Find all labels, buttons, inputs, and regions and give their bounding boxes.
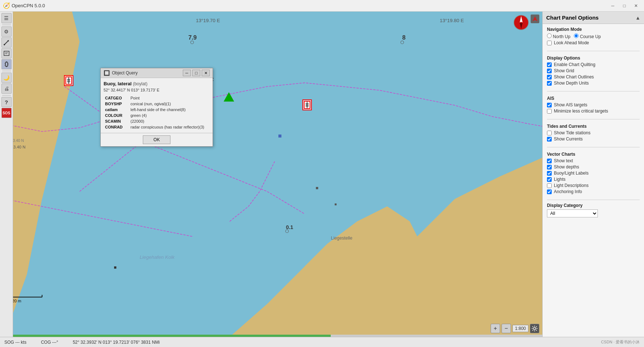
course-up-option[interactable]: Course Up bbox=[574, 33, 601, 39]
close-button[interactable]: ✕ bbox=[631, 2, 641, 9]
left-toolbar: ☰ ⚙ 🌙 🖨 ? SOS bbox=[0, 12, 13, 337]
svg-point-48 bbox=[534, 327, 536, 330]
chart-area[interactable]: 7.9 0.02 8 0.1 13°19.70 E 13°19.80 E bbox=[13, 12, 542, 337]
property-key: SCAMIN bbox=[104, 118, 129, 124]
nav-instruments bbox=[513, 15, 539, 30]
show-tide-stations-label[interactable]: Show Tide stations bbox=[554, 130, 591, 135]
property-value: conical (nun, ogival)(1) bbox=[129, 101, 210, 107]
minimize-critical-label[interactable]: Minimize less critical targets bbox=[554, 109, 608, 114]
property-value: radar conspicuous (has radar reflector)(… bbox=[129, 124, 210, 130]
show-ais-targets-checkbox[interactable] bbox=[547, 103, 552, 107]
light-descriptions-checkbox[interactable] bbox=[547, 183, 552, 188]
show-chart-outlines-label[interactable]: Show Chart Outlines bbox=[554, 74, 594, 79]
look-ahead-option: Look Ahead Mode bbox=[547, 40, 640, 45]
svg-text:Liegehafen Kolk: Liegehafen Kolk bbox=[140, 254, 175, 260]
sos-button[interactable]: SOS bbox=[1, 108, 12, 118]
show-ais-targets-option: Show AIS targets bbox=[547, 102, 640, 107]
show-currents-option: Show Currents bbox=[547, 136, 640, 142]
maximize-button[interactable]: □ bbox=[619, 2, 629, 9]
print-button[interactable]: 🖨 bbox=[1, 83, 12, 94]
show-text-checkbox[interactable] bbox=[547, 159, 552, 163]
show-text-label[interactable]: Show text bbox=[554, 158, 573, 163]
display-options-title: Display Options bbox=[547, 56, 640, 61]
dialog-close-button[interactable]: ✕ bbox=[202, 70, 210, 76]
night-mode-button[interactable]: 🌙 bbox=[1, 73, 12, 83]
ok-button[interactable]: OK bbox=[143, 135, 170, 144]
cog-display: COG ---° bbox=[41, 340, 58, 345]
compass-rose[interactable] bbox=[513, 15, 529, 30]
route-tool-button[interactable] bbox=[1, 37, 12, 48]
look-ahead-label[interactable]: Look Ahead Mode bbox=[554, 40, 589, 45]
display-category-select[interactable]: All Base Standard Other bbox=[547, 209, 598, 217]
display-category-label: Display Category bbox=[547, 203, 640, 208]
enable-chart-quilting-label[interactable]: Enable Chart Quilting bbox=[554, 62, 595, 67]
settings-button[interactable]: ⚙ bbox=[1, 26, 12, 37]
show-text-option: Show text bbox=[547, 158, 640, 163]
dialog-minimize-button[interactable]: ─ bbox=[183, 70, 191, 76]
north-up-radio[interactable] bbox=[547, 33, 552, 38]
dialog-icon: 🔲 bbox=[104, 70, 110, 76]
titlebar: 🧭 OpenCPN 5.0.0 ─ □ ✕ bbox=[0, 0, 644, 12]
position-display: 52° 32.3932' N 013° 19.7213' 076° 3831 N… bbox=[73, 340, 160, 345]
buoy-light-labels-label[interactable]: Buoy/Light Labels bbox=[554, 171, 588, 176]
show-depth-units-checkbox[interactable] bbox=[547, 81, 552, 86]
zoom-out-button[interactable]: − bbox=[502, 324, 511, 333]
object-heading: Buoy, lateral (boylat) bbox=[104, 81, 210, 86]
cursor-button[interactable] bbox=[1, 59, 12, 69]
buoy-marker-right[interactable] bbox=[302, 99, 312, 110]
show-currents-checkbox[interactable] bbox=[547, 137, 552, 142]
show-depths-checkbox[interactable] bbox=[547, 165, 552, 170]
hamburger-menu-button[interactable]: ☰ bbox=[1, 13, 12, 23]
property-value: green (4) bbox=[129, 113, 210, 118]
light-descriptions-label[interactable]: Light Descriptions bbox=[554, 183, 588, 188]
show-grid-label[interactable]: Show Grid bbox=[554, 68, 574, 73]
panel-collapse-button[interactable]: ▲ bbox=[635, 15, 640, 21]
info-button[interactable]: ? bbox=[1, 97, 12, 107]
minimize-button[interactable]: ─ bbox=[608, 2, 618, 9]
progress-bar bbox=[13, 335, 331, 337]
chart-bottom-toolbar: + − 1:800 bbox=[491, 324, 539, 333]
anchoring-info-checkbox[interactable] bbox=[547, 189, 552, 194]
north-up-option[interactable]: North Up bbox=[547, 33, 570, 39]
show-grid-checkbox[interactable] bbox=[547, 69, 552, 73]
enable-chart-quilting-checkbox[interactable] bbox=[547, 62, 552, 67]
lights-checkbox[interactable] bbox=[547, 177, 552, 182]
show-chart-outlines-checkbox[interactable] bbox=[547, 75, 552, 79]
show-currents-label[interactable]: Show Currents bbox=[554, 136, 583, 142]
svg-text:13°19.70 E: 13°19.70 E bbox=[196, 18, 220, 23]
dialog-title-area: 🔲 Object Query bbox=[104, 70, 138, 76]
show-grid-option: Show Grid bbox=[547, 68, 640, 73]
zoom-in-button[interactable]: + bbox=[491, 324, 500, 333]
dialog-maximize-button[interactable]: □ bbox=[192, 70, 200, 76]
dialog-footer: OK bbox=[101, 133, 213, 146]
buoy-marker-left[interactable] bbox=[64, 75, 73, 86]
chart-panel-options: Chart Panel Options ▲ Navigation Mode No… bbox=[542, 12, 644, 337]
chart-settings-button[interactable] bbox=[530, 324, 539, 333]
dialog-titlebar[interactable]: 🔲 Object Query ─ □ ✕ bbox=[101, 68, 213, 78]
navigation-mode-section: Navigation Mode North Up Course Up Look … bbox=[543, 24, 644, 49]
chart-background: 7.9 0.02 8 0.1 13°19.70 E 13°19.80 E bbox=[13, 12, 542, 337]
divider-4 bbox=[547, 147, 640, 147]
waypoint-button[interactable] bbox=[1, 48, 12, 58]
anchoring-info-label[interactable]: Anchoring Info bbox=[554, 189, 582, 194]
window-controls: ─ □ ✕ bbox=[608, 2, 641, 9]
minimize-critical-checkbox[interactable] bbox=[547, 109, 552, 114]
vector-charts-section: Vector Charts Show text Show depths Buoy… bbox=[543, 149, 644, 198]
object-property-row: SCAMIN(22000) bbox=[104, 118, 210, 124]
lights-label[interactable]: Lights bbox=[554, 177, 565, 182]
object-property-row: BOYSHPconical (nun, ogival)(1) bbox=[104, 101, 210, 107]
show-depths-label[interactable]: Show depths bbox=[554, 164, 579, 170]
buoy-light-labels-checkbox[interactable] bbox=[547, 171, 552, 176]
app-icon: 🧭 bbox=[3, 2, 10, 9]
course-up-radio[interactable] bbox=[574, 33, 579, 38]
look-ahead-checkbox[interactable] bbox=[547, 41, 552, 45]
divider-2 bbox=[547, 91, 640, 91]
display-category-section: Display Category All Base Standard Other bbox=[543, 201, 644, 221]
show-ais-targets-label[interactable]: Show AIS targets bbox=[554, 102, 587, 107]
anchoring-info-option: Anchoring Info bbox=[547, 189, 640, 194]
ais-indicator[interactable] bbox=[531, 15, 539, 23]
property-key: CONRAD bbox=[104, 124, 129, 130]
light-descriptions-option: Light Descriptions bbox=[547, 183, 640, 188]
show-tide-stations-checkbox[interactable] bbox=[547, 131, 552, 135]
show-depth-units-label[interactable]: Show Depth Units bbox=[554, 81, 589, 86]
